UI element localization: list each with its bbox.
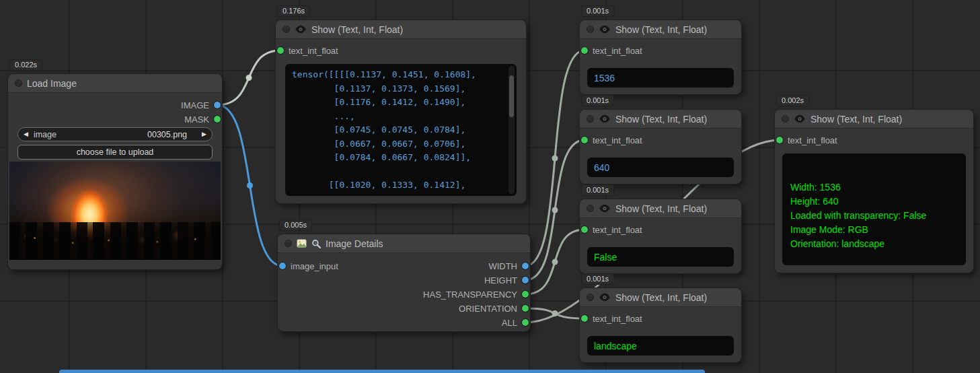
collapse-dot[interactable]: [282, 26, 290, 33]
link-midpoint-dot: [552, 156, 558, 162]
graph-canvas[interactable]: 0.022s Load Image IMAGE MASK ◀ image 003…: [0, 0, 980, 373]
output-dot-has-transparency[interactable]: [522, 291, 529, 298]
input-slot-image-input: image_input: [279, 259, 338, 273]
output-label-orientation: ORIENTATION: [459, 304, 517, 314]
offscreen-node-edge[interactable]: [59, 370, 705, 373]
output-label-image: IMAGE: [181, 100, 209, 110]
value-display[interactable]: 1536: [587, 68, 734, 88]
input-dot-text-int-float[interactable]: [581, 47, 588, 54]
value-display[interactable]: 640: [587, 158, 734, 177]
input-dot-text-int-float[interactable]: [581, 226, 588, 233]
upload-button[interactable]: choose file to upload: [17, 145, 213, 160]
input-slot-text-int-float: text_int_float: [581, 44, 642, 57]
combo-next-icon[interactable]: ▶: [202, 131, 206, 137]
collapse-dot[interactable]: [285, 240, 292, 247]
collapse-dot[interactable]: [587, 294, 594, 301]
link-midpoint-dot: [246, 75, 252, 81]
input-dot-text-int-float[interactable]: [581, 315, 588, 322]
combo-value: 00305.png: [147, 130, 187, 139]
node-title: Image Details: [326, 238, 383, 249]
input-slot-text-int-float: text_int_float: [776, 133, 837, 147]
eye-icon: [599, 293, 611, 302]
timing-badge: 0.001s: [581, 273, 614, 285]
node-load-image[interactable]: 0.022s Load Image IMAGE MASK ◀ image 003…: [8, 74, 222, 269]
node-header[interactable]: Show (Text, Int, Float): [580, 199, 741, 218]
picture-icon: [297, 239, 307, 248]
timing-badge: 0.001s: [581, 184, 614, 196]
output-dot-orientation[interactable]: [522, 305, 529, 312]
timing-badge: 0.001s: [581, 95, 614, 106]
link-midpoint-dot: [552, 259, 558, 265]
node-header[interactable]: Show (Text, Int, Float): [276, 20, 526, 39]
output-dot-mask[interactable]: [214, 116, 221, 123]
output-dot-width[interactable]: [522, 263, 529, 269]
eye-icon: [599, 25, 611, 34]
scrollbar-thumb[interactable]: [509, 75, 514, 117]
node-show-tensor[interactable]: 0.176s Show (Text, Int, Float) text_int_…: [276, 20, 526, 203]
output-label-width: WIDTH: [488, 261, 517, 271]
node-header[interactable]: Image Details: [278, 234, 530, 253]
output-slot-height: HEIGHT: [484, 273, 529, 287]
output-slot-orientation: ORIENTATION: [459, 302, 529, 315]
output-dot-image[interactable]: [214, 102, 221, 108]
node-header[interactable]: Show (Text, Int, Float): [580, 288, 741, 307]
eye-icon: [295, 25, 307, 34]
input-slot-text-int-float: text_int_float: [581, 223, 642, 236]
input-label: text_int_float: [593, 46, 642, 56]
image-preview[interactable]: [9, 162, 221, 260]
node-title: Show (Text, Int, Float): [311, 24, 403, 35]
combo-name: image: [34, 130, 56, 139]
timing-badge: 0.022s: [9, 59, 42, 71]
collapse-dot[interactable]: [782, 115, 789, 123]
input-slot-text-int-float: text_int_float: [581, 133, 642, 147]
timing-badge: 0.002s: [776, 95, 809, 106]
input-label: image_input: [291, 261, 338, 271]
output-label-has-transparency: HAS_TRANSPARENCY: [423, 290, 517, 300]
output-slot-has-transparency: HAS_TRANSPARENCY: [423, 287, 529, 301]
input-slot-text-int-float: text_int_float: [581, 312, 642, 325]
node-title: Show (Text, Int, Float): [615, 114, 707, 125]
node-title: Show (Text, Int, Float): [615, 292, 707, 303]
collapse-dot[interactable]: [587, 115, 594, 123]
collapse-dot[interactable]: [15, 79, 22, 87]
node-show-orientation[interactable]: 0.001s Show (Text, Int, Float) text_int_…: [580, 288, 741, 362]
input-dot-image-input[interactable]: [279, 263, 286, 269]
value-display[interactable]: Width: 1536 Height: 640 Loaded with tran…: [782, 154, 966, 265]
input-dot-text-int-float[interactable]: [581, 137, 588, 143]
node-header[interactable]: Show (Text, Int, Float): [775, 110, 973, 129]
node-title: Show (Text, Int, Float): [615, 24, 707, 35]
input-label: text_int_float: [289, 46, 338, 56]
output-slot-all: ALL: [502, 316, 529, 329]
node-image-details[interactable]: 0.005s Image Details image_input WIDTH H…: [278, 234, 530, 331]
text-display-widget[interactable]: tensor([[[[0.1137, 0.1451, 0.1608], [0.1…: [285, 64, 517, 196]
eye-icon: [794, 114, 806, 123]
output-label-mask: MASK: [184, 114, 209, 125]
link-midpoint-dot: [247, 182, 253, 189]
node-header[interactable]: Show (Text, Int, Float): [580, 110, 741, 129]
node-show-height[interactable]: 0.001s Show (Text, Int, Float) text_int_…: [580, 110, 741, 184]
value-display[interactable]: False: [587, 247, 734, 267]
output-dot-height[interactable]: [522, 277, 529, 283]
node-show-transparency[interactable]: 0.001s Show (Text, Int, Float) text_int_…: [580, 199, 741, 273]
collapse-dot[interactable]: [587, 26, 594, 33]
input-label: text_int_float: [593, 314, 642, 324]
node-show-width[interactable]: 0.001s Show (Text, Int, Float) text_int_…: [580, 20, 741, 94]
output-dot-all[interactable]: [522, 319, 529, 326]
output-slot-image: IMAGE: [181, 98, 221, 112]
node-title: Show (Text, Int, Float): [811, 114, 902, 125]
node-show-all[interactable]: 0.002s Show (Text, Int, Float) text_int_…: [775, 110, 973, 273]
node-header[interactable]: Load Image: [8, 74, 222, 93]
timing-badge: 0.176s: [277, 5, 310, 17]
input-dot-text-int-float[interactable]: [776, 137, 783, 143]
output-slot-mask: MASK: [184, 112, 221, 126]
scrollbar-track: [508, 66, 515, 194]
input-dot-text-int-float[interactable]: [277, 47, 284, 54]
value-display[interactable]: landscape: [587, 336, 734, 355]
node-header[interactable]: Show (Text, Int, Float): [580, 20, 741, 39]
collapse-dot[interactable]: [587, 205, 594, 212]
timing-badge: 0.001s: [581, 5, 614, 17]
image-combo-widget[interactable]: ◀ image 00305.png ▶: [17, 127, 213, 141]
output-slot-width: WIDTH: [488, 259, 529, 273]
combo-prev-icon[interactable]: ◀: [24, 131, 28, 137]
node-title: Show (Text, Int, Float): [615, 203, 707, 214]
